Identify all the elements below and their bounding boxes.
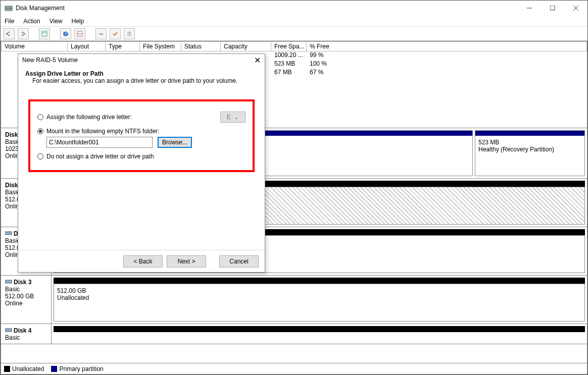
cell-pfree: 67 % [307,69,326,77]
app-icon [5,4,13,12]
radio-mount-folder[interactable] [37,128,43,134]
dialog-title: New RAID-5 Volume [22,57,254,64]
disk-name: Disk 3 [14,279,31,286]
disk-0-partition-2[interactable]: 523 MB Healthy (Recovery Partition) [475,130,585,176]
list-button[interactable] [124,28,135,39]
svg-point-3 [11,9,12,10]
col-filesystem[interactable]: File System [140,41,181,51]
back-button[interactable] [4,28,15,39]
radio-no-assign[interactable] [37,153,43,159]
back-button[interactable]: < Back [123,255,163,267]
col-status[interactable]: Status [181,41,221,51]
minimize-button[interactable] [518,1,541,16]
col-layout[interactable]: Layout [68,41,106,51]
cell-free: 67 MB [271,69,307,77]
disk-icon [5,230,12,237]
svg-text:?: ? [64,31,68,37]
radio-assign-letter[interactable] [37,114,43,120]
legend-primary: Primary partition [51,365,103,372]
cell-pfree: 99 % [307,51,326,60]
window-title: Disk Management [16,5,518,12]
col-freespace[interactable]: Free Spa... [271,41,307,51]
dialog-heading: Assign Drive Letter or Path [25,70,258,77]
disk-4-label[interactable]: Disk 4 Basic [1,324,52,344]
cell-free: 1009.20 ... [271,51,307,60]
partition-status: Unallocated [57,294,581,301]
col-type[interactable]: Type [106,41,140,51]
dialog-header: Assign Drive Letter or Path For easier a… [18,66,265,91]
disk-icon [5,327,12,334]
label-no-assign: Do not assign a drive letter or drive pa… [46,153,154,160]
titlebar: Disk Management [1,1,587,16]
cell-free: 523 MB [271,60,307,69]
cancel-button[interactable]: Cancel [219,255,259,267]
action-button[interactable] [110,28,121,39]
view-button[interactable] [74,28,85,39]
maximize-button[interactable] [541,1,564,16]
col-pctfree[interactable]: % Free [307,41,587,51]
column-headers: Volume Layout Type File System Status Ca… [1,41,587,51]
dialog-buttons: < Back Next > Cancel [18,250,265,272]
svg-rect-5 [550,6,555,10]
disk-4-row: Disk 4 Basic [1,324,587,344]
disk-type: Basic [5,334,47,341]
dialog-close-button[interactable]: ✕ [254,56,261,65]
svg-rect-19 [5,280,12,283]
window-controls [518,1,587,16]
label-assign-letter: Assign the following drive letter: [46,114,132,121]
next-button[interactable]: Next > [167,255,206,267]
menu-action[interactable]: Action [23,18,40,25]
disk-name: Disk 4 [14,327,31,334]
help-button[interactable]: ? [60,28,71,39]
partition-size: 512.00 GB [57,287,581,294]
col-volume[interactable]: Volume [1,41,68,51]
svg-rect-14 [99,33,103,35]
svg-rect-20 [5,329,12,332]
disk-3-row: Disk 3 Basic 512.00 GB Online 512.00 GB … [1,276,587,324]
svg-rect-18 [5,232,12,235]
disk-3-partition[interactable]: 512.00 GB Unallocated [54,284,585,322]
col-capacity[interactable]: Capacity [221,41,271,51]
menu-help[interactable]: Help [72,18,84,25]
drive-letter-value: E [227,114,231,121]
close-button[interactable] [564,1,587,16]
disk-type: Basic [5,286,47,293]
cell-pfree: 100 % [307,60,330,69]
svg-point-2 [11,7,12,8]
disk-status: Online [5,300,47,307]
browse-button[interactable]: Browse... [158,137,192,148]
legend: Unallocated Primary partition [1,363,587,374]
legend-unallocated: Unallocated [4,365,44,372]
refresh-button[interactable] [95,28,107,39]
highlight-box: Assign the following drive letter: E ⌄ M… [28,99,255,172]
new-raid5-volume-dialog: New RAID-5 Volume ✕ Assign Drive Letter … [18,53,265,273]
drive-letter-select[interactable]: E ⌄ [220,112,246,123]
properties-button[interactable] [39,28,50,39]
chevron-down-icon: ⌄ [234,114,239,121]
disk-size: 512.00 GB [5,293,47,300]
dialog-subheading: For easier access, you can assign a driv… [25,77,258,84]
partition-size: 523 MB [478,139,581,146]
partition-status: Healthy (Recovery Partition) [478,146,581,153]
menubar: File Action View Help [1,16,587,27]
menu-file[interactable]: File [5,18,14,25]
disk-3-label[interactable]: Disk 3 Basic 512.00 GB Online [1,276,52,324]
menu-view[interactable]: View [50,18,63,25]
label-mount-folder: Mount in the following empty NTFS folder… [46,128,159,135]
disk-icon [5,279,12,286]
forward-button[interactable] [18,28,29,39]
mount-path-input[interactable] [46,137,153,148]
toolbar: ? [1,27,587,41]
svg-rect-8 [42,31,47,36]
dialog-titlebar: New RAID-5 Volume ✕ [18,54,265,66]
